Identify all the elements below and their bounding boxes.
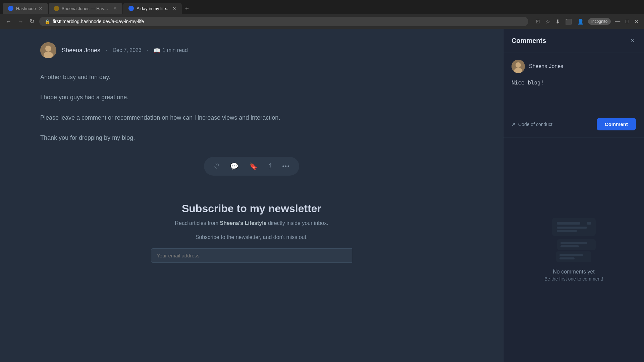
- tab-aday-label: A day in my life...: [137, 6, 169, 11]
- code-of-conduct-label: Code of conduct: [518, 122, 552, 127]
- tab-aday-favicon: [128, 6, 134, 11]
- bookmark-star-button[interactable]: ☆: [544, 17, 551, 26]
- paragraph-2: I hope you guys had a great one.: [40, 92, 463, 103]
- main-layout: Sheena Jones · Dec 7, 2023 · 📖 1 min rea…: [0, 29, 644, 362]
- more-button[interactable]: •••: [278, 161, 294, 172]
- forward-button[interactable]: →: [16, 17, 25, 26]
- comments-header: Comments ×: [503, 29, 644, 53]
- tab-aday[interactable]: A day in my life... ✕: [123, 3, 181, 14]
- book-icon: 📖: [154, 47, 160, 54]
- close-browser-button[interactable]: ✕: [633, 17, 640, 26]
- read-time-label: 1 min read: [162, 47, 188, 53]
- svg-point-1: [45, 46, 51, 52]
- minimize-button[interactable]: —: [613, 17, 622, 26]
- address-bar[interactable]: 🔒: [39, 17, 528, 26]
- screenshot-button[interactable]: ⊡: [534, 17, 541, 26]
- blog-area: Sheena Jones · Dec 7, 2023 · 📖 1 min rea…: [0, 29, 503, 362]
- share-button[interactable]: ⤴: [264, 160, 276, 173]
- no-comments-text: No comments yet: [553, 269, 594, 275]
- commenter-avatar: [512, 60, 525, 73]
- like-button[interactable]: ♡: [209, 160, 223, 173]
- comments-panel: Comments × Sheena Jones Nice blog! ↗: [503, 29, 644, 362]
- subscribe-input-row: [151, 248, 352, 263]
- extensions-button[interactable]: ⬛: [564, 17, 573, 26]
- reload-button[interactable]: ↻: [28, 16, 36, 26]
- address-input[interactable]: [53, 19, 523, 24]
- subscribe-email-input[interactable]: [151, 248, 352, 263]
- tab-sheena-close[interactable]: ✕: [113, 6, 117, 11]
- post-meta: Sheena Jones · Dec 7, 2023 · 📖 1 min rea…: [40, 42, 463, 58]
- maximize-button[interactable]: □: [624, 17, 630, 26]
- tab-sheena-favicon: [54, 6, 59, 11]
- author-avatar-image: [40, 42, 56, 58]
- comments-list: No comments yet Be the first one to comm…: [503, 137, 644, 362]
- incognito-label: Incognito: [588, 18, 611, 25]
- paragraph-3: Please leave a comment or recommendation…: [40, 112, 463, 123]
- meta-dot-1: ·: [106, 47, 107, 53]
- subscribe-title: Subscribe to my newsletter: [47, 202, 456, 215]
- commenter-name: Sheena Jones: [529, 63, 563, 69]
- comment-actions-row: ↗ Code of conduct Comment: [512, 118, 636, 130]
- subscribe-desc-prefix: Read articles from: [175, 220, 220, 226]
- comment-button[interactable]: 💬: [226, 160, 243, 173]
- read-time: 📖 1 min read: [154, 47, 188, 54]
- tab-bar: Hashnode ✕ Sheena Jones — Hashnode ✕ A d…: [0, 0, 644, 14]
- tab-sheena-label: Sheena Jones — Hashnode: [62, 6, 111, 11]
- subscribe-desc: Read articles from Sheena's Lifestyle di…: [47, 220, 456, 226]
- tab-hashnode-close[interactable]: ✕: [39, 6, 43, 11]
- meta-dot-2: ·: [147, 47, 148, 53]
- download-button[interactable]: ⬇: [554, 17, 561, 26]
- newsletter-name: Sheena's Lifestyle: [220, 220, 267, 226]
- profile-button[interactable]: 👤: [576, 17, 585, 26]
- browser-chrome: Hashnode ✕ Sheena Jones — Hashnode ✕ A d…: [0, 0, 644, 29]
- blog-content: Sheena Jones · Dec 7, 2023 · 📖 1 min rea…: [0, 29, 503, 290]
- subscribe-section: Subscribe to my newsletter Read articles…: [40, 189, 463, 276]
- browser-actions: ⊡ ☆ ⬇ ⬛ 👤 Incognito — □ ✕: [534, 17, 640, 26]
- post-date: Dec 7, 2023: [113, 47, 142, 53]
- bookmark-button[interactable]: 🔖: [245, 160, 262, 173]
- address-bar-row: ← → ↻ 🔒 ⊡ ☆ ⬇ ⬛ 👤 Incognito — □ ✕: [0, 14, 644, 29]
- tab-aday-close[interactable]: ✕: [172, 6, 176, 11]
- no-comments-subtext: Be the first one to comment!: [544, 276, 603, 282]
- tab-hashnode-favicon: [8, 6, 13, 11]
- author-avatar: [40, 42, 56, 58]
- comment-user-row: Sheena Jones: [512, 60, 636, 73]
- back-button[interactable]: ←: [4, 17, 13, 26]
- svg-point-4: [516, 62, 521, 68]
- svg-point-2: [44, 52, 53, 58]
- comment-input[interactable]: Nice blog!: [512, 78, 636, 113]
- subscribe-desc-suffix: directly inside your inbox.: [267, 220, 328, 226]
- subscribe-desc-2: Subscribe to the newsletter, and don't m…: [47, 234, 456, 240]
- author-name[interactable]: Sheena Jones: [62, 47, 100, 54]
- comment-submit-button[interactable]: Comment: [597, 118, 636, 130]
- comment-editor: Sheena Jones Nice blog! ↗ Code of conduc…: [503, 53, 644, 137]
- blog-text: Another busy and fun day. I hope you guy…: [40, 72, 463, 143]
- lock-icon: 🔒: [45, 19, 50, 24]
- action-buttons-container: ♡ 💬 🔖 ⤴ •••: [204, 157, 300, 176]
- paragraph-1: Another busy and fun day.: [40, 72, 463, 82]
- code-of-conduct-link[interactable]: ↗ Code of conduct: [512, 122, 552, 127]
- tab-hashnode[interactable]: Hashnode ✕: [3, 3, 48, 14]
- arrow-up-right-icon: ↗: [512, 122, 516, 127]
- tab-hashnode-label: Hashnode: [16, 6, 36, 11]
- tab-sheena[interactable]: Sheena Jones — Hashnode ✕: [49, 3, 122, 14]
- paragraph-4: Thank you for dropping by my blog.: [40, 132, 463, 143]
- no-comments-illustration: [552, 218, 596, 262]
- new-tab-button[interactable]: +: [182, 5, 192, 12]
- action-bar: ♡ 💬 🔖 ⤴ •••: [40, 157, 463, 176]
- close-comments-button[interactable]: ×: [629, 36, 636, 46]
- comments-title: Comments: [512, 37, 546, 45]
